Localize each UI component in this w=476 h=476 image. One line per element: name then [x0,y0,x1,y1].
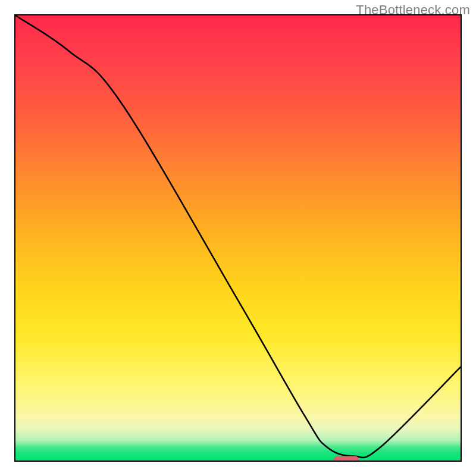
optimal-marker [333,456,359,462]
bottleneck-curve [15,15,461,461]
chart-container: TheBottleneck.com [0,0,476,476]
plot-area [14,14,462,462]
